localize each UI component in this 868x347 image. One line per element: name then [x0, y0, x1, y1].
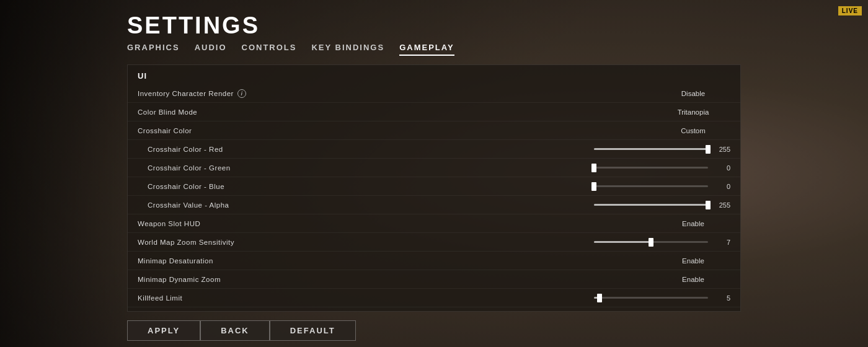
setting-row: Weapon Slot HUDEnable	[128, 214, 740, 233]
setting-row: Crosshair Value - Alpha255	[128, 196, 740, 214]
setting-value[interactable]: Disable	[656, 90, 730, 97]
setting-row: Crosshair Color - Red255	[128, 140, 740, 159]
setting-row: Inventory Character RenderiDisable	[128, 84, 740, 103]
slider-fill	[594, 204, 708, 206]
setting-label: Minimap Desaturation	[138, 257, 656, 265]
slider-track[interactable]	[594, 185, 708, 187]
setting-label: World Map Zoom Sensitivity	[138, 239, 594, 246]
slider-thumb[interactable]	[591, 182, 596, 191]
slider-thumb[interactable]	[706, 201, 711, 209]
setting-row: Color Blind ModeTritanopia	[128, 103, 740, 121]
setting-label: Minimap Dynamic Zoom	[138, 276, 656, 283]
slider-container[interactable]: 0	[594, 183, 730, 190]
back-button[interactable]: BACK	[200, 320, 270, 341]
slider-container[interactable]: 255	[594, 146, 730, 153]
setting-row: Crosshair ColorCustom	[128, 121, 740, 140]
setting-label: Crosshair Value - Alpha	[148, 201, 594, 209]
setting-value[interactable]: Enable	[656, 257, 730, 265]
page-title: SETTINGS	[127, 12, 741, 39]
setting-value[interactable]: Tritanopia	[656, 108, 730, 116]
slider-track[interactable]	[594, 204, 708, 206]
live-badge: LIVE	[838, 6, 862, 15]
tab-gameplay[interactable]: GAMEPLAY	[399, 43, 454, 56]
setting-label: Crosshair Color - Blue	[148, 183, 594, 190]
tab-controls[interactable]: CONTROLS	[242, 43, 297, 56]
nav-tabs: GRAPHICSAUDIOCONTROLSKEY BINDINGSGAMEPLA…	[127, 43, 741, 56]
slider-container[interactable]: 7	[594, 239, 730, 246]
tab-audio[interactable]: AUDIO	[195, 43, 227, 56]
setting-value[interactable]: Enable	[656, 220, 730, 227]
slider-thumb[interactable]	[591, 164, 596, 172]
apply-button[interactable]: APPLY	[127, 320, 200, 341]
slider-container[interactable]: 0	[594, 164, 730, 172]
setting-label: Crosshair Color - Red	[148, 146, 594, 153]
setting-label: Killfeed Limit	[138, 294, 594, 302]
tab-key-bindings[interactable]: KEY BINDINGS	[311, 43, 384, 56]
setting-label: Weapon Slot HUD	[138, 220, 656, 227]
slider-fill	[594, 148, 708, 150]
slider-thumb[interactable]	[706, 145, 711, 154]
setting-label: Color Blind Mode	[138, 108, 656, 116]
settings-panel: UI Inventory Character RenderiDisableCol…	[127, 64, 741, 312]
slider-value: 0	[713, 164, 730, 172]
slider-value: 255	[713, 146, 730, 153]
slider-track[interactable]	[594, 148, 708, 150]
section-ui-header: UI	[128, 65, 740, 84]
setting-row: Minimap Dynamic ZoomEnable	[128, 270, 740, 289]
default-button[interactable]: DEFAULT	[270, 320, 356, 341]
slider-value: 7	[713, 239, 730, 246]
slider-track[interactable]	[594, 167, 708, 169]
slider-value: 5	[713, 294, 730, 302]
settings-list[interactable]: Inventory Character RenderiDisableColor …	[128, 84, 740, 311]
setting-row: Hide Nickname in KillfeedDisable	[128, 307, 740, 311]
setting-row: Minimap DesaturationEnable	[128, 252, 740, 270]
setting-row: World Map Zoom Sensitivity7	[128, 233, 740, 252]
setting-value[interactable]: Enable	[656, 276, 730, 283]
setting-label: Crosshair Color	[138, 127, 656, 134]
setting-value[interactable]: Custom	[656, 127, 730, 134]
slider-value: 0	[713, 183, 730, 190]
setting-label: Inventory Character Renderi	[138, 89, 656, 98]
bottom-buttons: APPLY BACK DEFAULT	[127, 320, 741, 341]
setting-label: Crosshair Color - Green	[148, 164, 594, 172]
setting-row: Crosshair Color - Green0	[128, 159, 740, 177]
slider-track[interactable]	[594, 297, 708, 299]
setting-row: Crosshair Color - Blue0	[128, 177, 740, 196]
slider-thumb[interactable]	[597, 294, 602, 302]
slider-thumb[interactable]	[649, 238, 653, 247]
tab-graphics[interactable]: GRAPHICS	[127, 43, 180, 56]
slider-container[interactable]: 255	[594, 201, 730, 209]
slider-container[interactable]: 5	[594, 294, 730, 302]
slider-track[interactable]	[594, 241, 708, 243]
info-icon[interactable]: i	[237, 89, 246, 98]
slider-value: 255	[713, 201, 730, 209]
setting-row: Killfeed Limit5	[128, 289, 740, 307]
slider-fill	[594, 241, 651, 243]
